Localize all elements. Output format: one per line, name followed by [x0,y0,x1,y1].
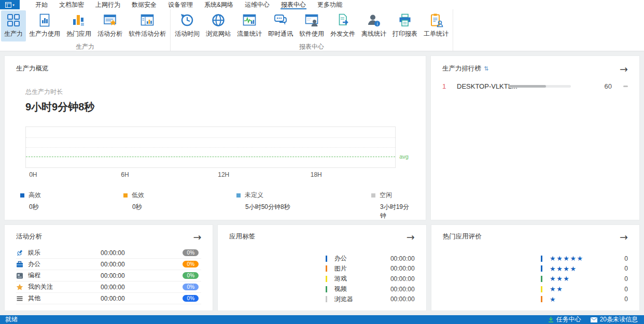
ribbon-button-工单统计[interactable]: 工单统计 [421,10,452,41]
tag-color-bar [326,265,327,272]
activity-analysis-panel: 活动分析 → 娱乐00:00:000%办公00:00:000%编程00:00:0… [4,224,213,311]
app-tag-row-图片: 图片00:00:00 [326,264,415,274]
activity-more-arrow[interactable]: → [193,233,201,241]
ribbon-button-流量统计[interactable]: 流量统计 [234,10,265,41]
chart-legend: 高效0秒低效0秒未定义5小时50分钟8秒空闲3小时19分钟 [20,191,414,220]
instant-message-icon [273,13,288,27]
rank-score: 60 [605,82,612,90]
ribbon-button-活动分析[interactable]: 活动分析 [94,10,125,41]
ribbon-button-离线统计[interactable]: i离线统计 [358,10,389,41]
ribbon-button-软件使用[interactable]: 软件使用 [296,10,327,41]
legend-item-低效: 低效0秒 [123,191,236,220]
tag-label: 图片 [334,264,347,273]
ribbon-button-打印报表[interactable]: 打印报表 [389,10,421,41]
activity-row-办公: 办公00:00:000% [16,259,201,270]
hot-app-ratings-panel: 热门应用评价 → ★★★★★0★★★★0★★★0★★0★0 [431,224,640,311]
ribbon-button-生产力使用[interactable]: 生产力使用 [26,10,63,41]
ranking-row[interactable]: 1DESKTOP-VLKTL...60 [442,82,628,90]
legend-swatch [371,193,375,198]
overview-title: 生产力概览 [16,64,49,73]
rating-color-bar [541,265,542,272]
browse-website-icon [211,13,226,27]
chart-gridline [26,137,395,138]
tag-time: 00:00:00 [390,286,415,293]
ribbon-button-即时通讯[interactable]: 即时通讯 [265,10,296,41]
menu-tab-运维中心[interactable]: 运维中心 [239,0,275,9]
x-tick-label: 12H [218,171,229,178]
traffic-stats-icon [242,13,257,27]
unread-messages-button[interactable]: 20条未读信息 [591,315,638,324]
activity-label: 办公 [28,260,101,269]
app-menu-button[interactable]: ▾ [0,0,20,9]
menu-tab-更多功能[interactable]: 更多功能 [312,0,348,9]
ranking-more-arrow[interactable]: → [620,65,628,73]
ribbon-button-热门应用[interactable]: 热门应用 [63,10,94,41]
rating-count: 0 [624,295,628,303]
hot-apps-icon [72,13,86,27]
ribbon-button-label: 浏览网站 [206,30,231,38]
rating-row-2-star: ★★0 [541,284,628,294]
ribbon-button-label: 外发文件 [330,30,355,38]
app-tag-row-浏览器: 浏览器00:00:00 [326,294,415,304]
app-tag-row-办公: 办公00:00:00 [326,253,415,264]
ribbon-button-活动时间[interactable]: 活动时间 [172,10,203,41]
activity-row-其他: 其他00:00:000% [16,293,201,304]
print-report-icon [398,13,412,27]
legend-item-未定义: 未定义5小时50分钟8秒 [236,191,371,220]
ribbon-button-label: 离线统计 [361,30,386,38]
rating-color-bar [541,296,542,302]
menu-tab-文档加密[interactable]: 文档加密 [53,0,90,9]
ribbon-button-label: 即时通讯 [268,30,293,38]
activity-time: 00:00:00 [101,261,158,268]
ribbon-button-浏览网站[interactable]: 浏览网站 [203,10,234,41]
app-tags-more-arrow[interactable]: → [407,233,415,241]
activity-time: 00:00:00 [101,284,158,291]
ribbon-button-外发文件[interactable]: 外发文件 [327,10,358,41]
star-icons: ★★★★★ [550,255,584,262]
menu-tab-报表中心[interactable]: 报表中心 [275,0,312,9]
activity-time: 00:00:00 [101,295,158,302]
ribbon-button-生产力[interactable]: 生产力 [1,10,26,41]
legend-label: 低效 [132,191,144,200]
tag-label: 浏览器 [334,295,353,304]
legend-value: 3小时19分钟 [380,203,414,220]
chart-gridline [26,147,395,148]
activity-percent-badge: 0% [183,295,199,302]
productivity-grid-icon [6,13,21,27]
main-content: 生产力概览 总生产力时长 9小时9分钟8秒 avg 0H6H12H18H 高效0… [0,51,644,315]
ranking-title: 生产力排行榜 [442,65,481,72]
tag-label: 游戏 [334,274,347,283]
menu-tab-上网行为[interactable]: 上网行为 [90,0,126,9]
rating-color-bar [541,276,542,282]
ratings-more-arrow[interactable]: → [620,233,628,241]
tag-time: 00:00:00 [390,295,415,303]
total-duration-label: 总生产力时长 [25,88,414,96]
sort-updown-icon[interactable]: ⇅ [484,65,488,72]
chart-avg-line: avg [26,157,395,157]
ribbon-button-label: 工单统计 [424,30,449,38]
tag-color-bar [326,256,327,262]
ribbon-button-label: 打印报表 [393,30,417,38]
legend-swatch [20,193,24,198]
task-center-button[interactable]: 任务中心 [548,315,581,324]
rating-count: 0 [624,275,628,283]
activity-time-icon [180,13,194,27]
rating-row-4-star: ★★★★0 [541,264,628,274]
ribbon-group-生产力: 生产力生产力使用热门应用活动分析软件活动分析生产力 [0,9,171,51]
menu-tab-开始[interactable]: 开始 [30,0,53,9]
computer-name: DESKTOP-VLKTL... [457,82,509,90]
activity-list: 娱乐00:00:000%办公00:00:000%编程00:00:000%我的关注… [16,247,201,304]
menu-tab-设备管理[interactable]: 设备管理 [162,0,199,9]
activity-time: 00:00:00 [101,272,158,279]
menu-tab-系统&网络[interactable]: 系统&网络 [199,0,239,9]
download-icon [548,317,554,322]
ribbon-button-软件活动分析[interactable]: 软件活动分析 [125,10,169,41]
usage-report-icon [37,13,52,27]
legend-value: 0秒 [29,203,123,212]
ribbon-button-label: 流量统计 [237,30,262,38]
menu-tab-数据安全[interactable]: 数据安全 [126,0,162,9]
rank-progress-bar [509,85,571,88]
menu-lines-icon [16,295,23,302]
rank-progress-fill [509,85,546,88]
microphone-icon [16,249,23,257]
